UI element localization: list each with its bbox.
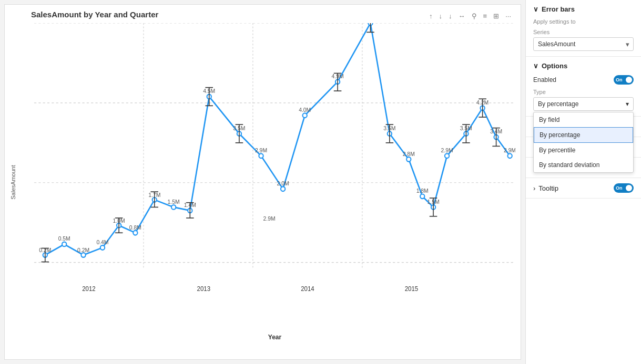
type-current-value: By percentage [538,100,578,108]
svg-text:2.9M: 2.9M [504,147,515,153]
x-axis-label: Year [34,334,515,341]
type-option-by-percentage[interactable]: By percentage [534,127,633,143]
tooltip-title: › Tooltip [533,184,558,192]
pin-icon[interactable]: ⚲ [471,11,478,21]
svg-point-33 [420,194,424,199]
series-select-wrapper: SalesAmount [533,37,634,51]
options-chevron-icon: ∨ [533,62,538,70]
svg-text:2.9M: 2.9M [263,215,276,222]
options-section: ∨ Options Enabled On Type By percentage … [526,57,641,117]
type-dropdown-container: By percentage ▾ By field By percentage B… [533,97,634,111]
chevron-type-icon: ▾ [626,100,629,108]
series-field-label: Series [533,29,634,35]
svg-point-35 [445,153,449,158]
sort-desc-icon[interactable]: ↓ [438,11,444,21]
svg-text:4.5M: 4.5M [203,88,215,94]
svg-point-20 [133,231,137,235]
svg-text:3.5M: 3.5M [460,125,472,131]
svg-text:3.5M: 3.5M [233,125,245,131]
expand-icon[interactable]: ↔ [457,11,466,21]
svg-text:0.4M: 0.4M [96,239,108,245]
svg-text:2.9M: 2.9M [255,147,267,153]
options-header[interactable]: ∨ Options [533,62,634,70]
error-bars-section: ∨ Error bars Apply settings to Series Sa… [526,0,641,57]
type-option-by-stddev[interactable]: By standard deviation [534,158,633,172]
svg-text:0.2M: 0.2M [39,247,51,253]
enabled-label: Enabled [533,76,556,84]
tooltip-label: Tooltip [538,184,558,192]
svg-text:2.9M: 2.9M [441,147,453,153]
svg-point-32 [406,157,411,162]
chart-svg-container: 0M 2M 4M 6M 2012 2013 2014 2015 [34,23,515,325]
enabled-toggle-text: On [616,77,623,82]
tooltip-toggle-text: On [616,185,623,191]
svg-text:1.8M: 1.8M [416,188,429,194]
svg-text:1.5M: 1.5M [168,199,180,205]
chart-toolbar: ↑ ↓ ↓ ↔ ⚲ ≡ ⊞ ··· [428,11,512,21]
type-display-box[interactable]: By percentage ▾ [533,97,634,111]
sort-desc2-icon[interactable]: ↓ [447,11,453,21]
svg-text:2013: 2013 [197,285,210,292]
chevron-down-icon: ∨ [533,5,538,13]
svg-point-39 [507,153,512,158]
svg-text:3.5M: 3.5M [383,125,395,131]
type-field-label: Type [533,89,634,95]
svg-point-16 [62,242,66,247]
enabled-toggle[interactable]: On [614,75,634,85]
svg-text:4.2M: 4.2M [476,99,489,106]
svg-point-28 [303,113,307,118]
chart-panel: SalesAmount by Year and Quarter ↑ ↓ ↓ ↔ … [4,4,521,360]
y-axis-label: SalesAmount [10,165,16,199]
focus-icon[interactable]: ⊞ [492,11,500,21]
svg-text:2014: 2014 [301,285,314,292]
enabled-knob [626,77,632,83]
by-stddev-label: By standard deviation [539,161,599,169]
type-option-by-field[interactable]: By field [534,112,633,127]
svg-text:2015: 2015 [405,285,418,292]
series-select[interactable]: SalesAmount [533,37,634,51]
svg-point-18 [100,245,105,250]
by-percentile-label: By percentile [539,147,575,154]
tooltip-section[interactable]: › Tooltip On [526,178,641,199]
options-label: Options [542,62,567,70]
svg-text:3.4M: 3.4M [490,128,502,134]
chart-container: SalesAmount 0M 2M 4M 6M 2012 2013 2014 2… [10,23,515,341]
svg-text:4.9M: 4.9M [332,73,344,79]
svg-text:0.2M: 0.2M [77,247,89,253]
tooltip-toggle[interactable]: On [614,183,634,193]
by-field-label: By field [539,116,559,123]
svg-point-26 [259,153,263,158]
svg-text:0.8M: 0.8M [129,224,141,231]
right-panel: ∨ Error bars Apply settings to Series Sa… [525,0,641,364]
error-bars-header[interactable]: ∨ Error bars [533,5,634,13]
svg-text:1.7M: 1.7M [148,192,160,198]
filter-icon[interactable]: ≡ [482,11,489,21]
svg-point-22 [171,205,176,210]
enabled-row: Enabled On [533,75,634,85]
chart-svg: 0M 2M 4M 6M 2012 2013 2014 2015 [34,23,515,325]
svg-text:1.5M: 1.5M [427,199,439,205]
svg-text:2012: 2012 [82,285,95,292]
error-bars-label: Error bars [542,5,575,13]
svg-text:1.4M: 1.4M [184,202,196,208]
apply-settings-label: Apply settings to [533,18,634,25]
svg-text:2.8M: 2.8M [403,151,415,157]
svg-text:4.0M: 4.0M [299,107,311,113]
more-icon[interactable]: ··· [504,11,512,21]
by-percentage-label: By percentage [540,131,580,139]
svg-text:0.5M: 0.5M [58,235,70,242]
svg-point-17 [81,253,85,257]
svg-point-27 [281,186,285,191]
tooltip-knob [626,185,632,191]
tooltip-chevron-icon: › [533,184,535,192]
sort-asc-icon[interactable]: ↑ [428,11,434,21]
type-dropdown-menu: By field By percentage By percentile By … [533,112,634,173]
type-option-by-percentile[interactable]: By percentile [534,143,633,158]
svg-text:2.0M: 2.0M [277,180,289,186]
svg-text:1.0M: 1.0M [113,217,125,224]
